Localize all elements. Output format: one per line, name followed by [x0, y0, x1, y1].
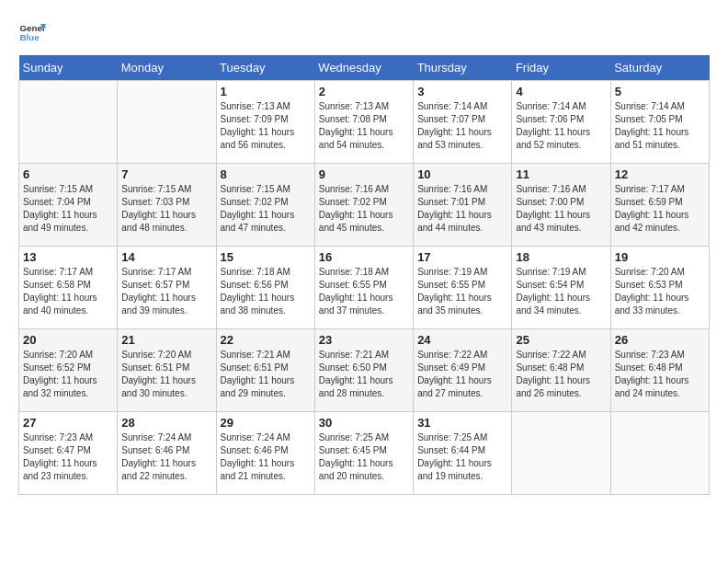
calendar-cell: 8Sunrise: 7:15 AM Sunset: 7:02 PM Daylig… — [216, 164, 314, 247]
day-info: Sunrise: 7:19 AM Sunset: 6:55 PM Dayligh… — [417, 266, 507, 317]
calendar-cell: 23Sunrise: 7:21 AM Sunset: 6:50 PM Dayli… — [314, 329, 413, 412]
day-number: 1 — [221, 85, 311, 98]
day-info: Sunrise: 7:21 AM Sunset: 6:51 PM Dayligh… — [221, 349, 311, 400]
calendar-cell: 10Sunrise: 7:16 AM Sunset: 7:01 PM Dayli… — [414, 164, 512, 247]
day-number: 24 — [417, 333, 507, 347]
calendar-cell: 2Sunrise: 7:13 AM Sunset: 7:08 PM Daylig… — [314, 81, 413, 164]
day-info: Sunrise: 7:17 AM Sunset: 6:59 PM Dayligh… — [615, 183, 705, 235]
calendar-week-4: 20Sunrise: 7:20 AM Sunset: 6:52 PM Dayli… — [19, 329, 710, 412]
day-info: Sunrise: 7:20 AM Sunset: 6:51 PM Dayligh… — [121, 349, 211, 400]
calendar-cell: 27Sunrise: 7:23 AM Sunset: 6:47 PM Dayli… — [19, 412, 118, 495]
calendar-cell — [118, 81, 216, 164]
day-number: 21 — [121, 333, 211, 347]
calendar-week-5: 27Sunrise: 7:23 AM Sunset: 6:47 PM Dayli… — [19, 412, 710, 495]
day-info: Sunrise: 7:20 AM Sunset: 6:53 PM Dayligh… — [615, 266, 705, 317]
calendar-cell: 1Sunrise: 7:13 AM Sunset: 7:09 PM Daylig… — [216, 81, 314, 164]
weekday-header-wednesday: Wednesday — [314, 55, 413, 81]
day-info: Sunrise: 7:20 AM Sunset: 6:52 PM Dayligh… — [23, 349, 113, 400]
weekday-header-sunday: Sunday — [19, 55, 118, 81]
day-number: 26 — [615, 333, 705, 347]
day-info: Sunrise: 7:22 AM Sunset: 6:49 PM Dayligh… — [417, 349, 507, 400]
calendar-week-2: 6Sunrise: 7:15 AM Sunset: 7:04 PM Daylig… — [19, 164, 710, 247]
calendar-cell: 21Sunrise: 7:20 AM Sunset: 6:51 PM Dayli… — [118, 329, 216, 412]
weekday-header-monday: Monday — [118, 55, 216, 81]
day-number: 28 — [121, 416, 211, 430]
day-number: 30 — [319, 416, 409, 430]
day-info: Sunrise: 7:25 AM Sunset: 6:45 PM Dayligh… — [319, 431, 409, 483]
calendar-cell: 14Sunrise: 7:17 AM Sunset: 6:57 PM Dayli… — [118, 247, 216, 329]
day-info: Sunrise: 7:17 AM Sunset: 6:58 PM Dayligh… — [23, 266, 113, 317]
calendar-cell: 17Sunrise: 7:19 AM Sunset: 6:55 PM Dayli… — [414, 247, 512, 329]
calendar-cell: 15Sunrise: 7:18 AM Sunset: 6:56 PM Dayli… — [216, 247, 314, 329]
day-info: Sunrise: 7:16 AM Sunset: 7:02 PM Dayligh… — [319, 183, 409, 235]
day-number: 19 — [615, 250, 705, 264]
svg-text:Blue: Blue — [20, 32, 40, 42]
day-info: Sunrise: 7:25 AM Sunset: 6:44 PM Dayligh… — [417, 431, 507, 483]
calendar-cell: 30Sunrise: 7:25 AM Sunset: 6:45 PM Dayli… — [314, 412, 413, 495]
calendar-cell: 31Sunrise: 7:25 AM Sunset: 6:44 PM Dayli… — [414, 412, 512, 495]
day-info: Sunrise: 7:13 AM Sunset: 7:09 PM Dayligh… — [221, 100, 311, 152]
calendar-cell: 29Sunrise: 7:24 AM Sunset: 6:46 PM Dayli… — [216, 412, 314, 495]
day-number: 6 — [23, 167, 113, 181]
calendar-cell: 19Sunrise: 7:20 AM Sunset: 6:53 PM Dayli… — [610, 247, 709, 329]
calendar-cell: 26Sunrise: 7:23 AM Sunset: 6:48 PM Dayli… — [610, 329, 709, 412]
day-number: 10 — [417, 167, 507, 181]
day-number: 27 — [23, 416, 113, 430]
day-number: 20 — [23, 333, 113, 347]
calendar-cell: 4Sunrise: 7:14 AM Sunset: 7:06 PM Daylig… — [512, 81, 610, 164]
day-info: Sunrise: 7:19 AM Sunset: 6:54 PM Dayligh… — [516, 266, 606, 317]
day-info: Sunrise: 7:14 AM Sunset: 7:07 PM Dayligh… — [417, 100, 507, 152]
page-header: General Blue — [18, 18, 710, 46]
calendar-cell: 6Sunrise: 7:15 AM Sunset: 7:04 PM Daylig… — [19, 164, 118, 247]
day-number: 8 — [221, 167, 311, 181]
calendar-cell — [610, 412, 709, 495]
day-info: Sunrise: 7:15 AM Sunset: 7:04 PM Dayligh… — [23, 183, 113, 235]
calendar-cell: 13Sunrise: 7:17 AM Sunset: 6:58 PM Dayli… — [19, 247, 118, 329]
day-number: 12 — [615, 167, 705, 181]
day-info: Sunrise: 7:14 AM Sunset: 7:05 PM Dayligh… — [615, 100, 705, 152]
day-number: 9 — [319, 167, 409, 181]
calendar-cell: 7Sunrise: 7:15 AM Sunset: 7:03 PM Daylig… — [118, 164, 216, 247]
day-number: 29 — [221, 416, 311, 430]
day-number: 11 — [516, 167, 606, 181]
day-info: Sunrise: 7:23 AM Sunset: 6:47 PM Dayligh… — [23, 431, 113, 483]
weekday-header-tuesday: Tuesday — [216, 55, 314, 81]
day-info: Sunrise: 7:22 AM Sunset: 6:48 PM Dayligh… — [516, 349, 606, 400]
weekday-header-friday: Friday — [512, 55, 610, 81]
day-number: 3 — [417, 85, 507, 98]
day-info: Sunrise: 7:15 AM Sunset: 7:03 PM Dayligh… — [121, 183, 211, 235]
day-info: Sunrise: 7:24 AM Sunset: 6:46 PM Dayligh… — [221, 431, 311, 483]
weekday-header-row: SundayMondayTuesdayWednesdayThursdayFrid… — [19, 55, 710, 81]
calendar-cell: 22Sunrise: 7:21 AM Sunset: 6:51 PM Dayli… — [216, 329, 314, 412]
day-info: Sunrise: 7:14 AM Sunset: 7:06 PM Dayligh… — [516, 100, 606, 152]
day-number: 23 — [319, 333, 409, 347]
calendar-cell: 11Sunrise: 7:16 AM Sunset: 7:00 PM Dayli… — [512, 164, 610, 247]
calendar-cell: 20Sunrise: 7:20 AM Sunset: 6:52 PM Dayli… — [19, 329, 118, 412]
calendar-cell: 3Sunrise: 7:14 AM Sunset: 7:07 PM Daylig… — [414, 81, 512, 164]
day-number: 4 — [516, 85, 606, 98]
calendar-cell: 28Sunrise: 7:24 AM Sunset: 6:46 PM Dayli… — [118, 412, 216, 495]
calendar-cell — [19, 81, 118, 164]
day-number: 2 — [319, 85, 409, 98]
day-info: Sunrise: 7:13 AM Sunset: 7:08 PM Dayligh… — [319, 100, 409, 152]
day-number: 18 — [516, 250, 606, 264]
day-number: 14 — [121, 250, 211, 264]
day-number: 31 — [417, 416, 507, 430]
calendar-cell: 24Sunrise: 7:22 AM Sunset: 6:49 PM Dayli… — [414, 329, 512, 412]
day-number: 15 — [221, 250, 311, 264]
calendar-cell: 9Sunrise: 7:16 AM Sunset: 7:02 PM Daylig… — [314, 164, 413, 247]
calendar-cell: 12Sunrise: 7:17 AM Sunset: 6:59 PM Dayli… — [610, 164, 709, 247]
calendar-cell: 16Sunrise: 7:18 AM Sunset: 6:55 PM Dayli… — [314, 247, 413, 329]
day-number: 13 — [23, 250, 113, 264]
day-info: Sunrise: 7:18 AM Sunset: 6:55 PM Dayligh… — [319, 266, 409, 317]
day-number: 17 — [417, 250, 507, 264]
calendar-cell: 25Sunrise: 7:22 AM Sunset: 6:48 PM Dayli… — [512, 329, 610, 412]
calendar-week-3: 13Sunrise: 7:17 AM Sunset: 6:58 PM Dayli… — [19, 247, 710, 329]
day-info: Sunrise: 7:17 AM Sunset: 6:57 PM Dayligh… — [121, 266, 211, 317]
logo: General Blue — [18, 18, 50, 46]
day-info: Sunrise: 7:18 AM Sunset: 6:56 PM Dayligh… — [221, 266, 311, 317]
day-info: Sunrise: 7:16 AM Sunset: 7:00 PM Dayligh… — [516, 183, 606, 235]
logo-icon: General Blue — [18, 18, 46, 46]
weekday-header-thursday: Thursday — [414, 55, 512, 81]
calendar-week-1: 1Sunrise: 7:13 AM Sunset: 7:09 PM Daylig… — [19, 81, 710, 164]
